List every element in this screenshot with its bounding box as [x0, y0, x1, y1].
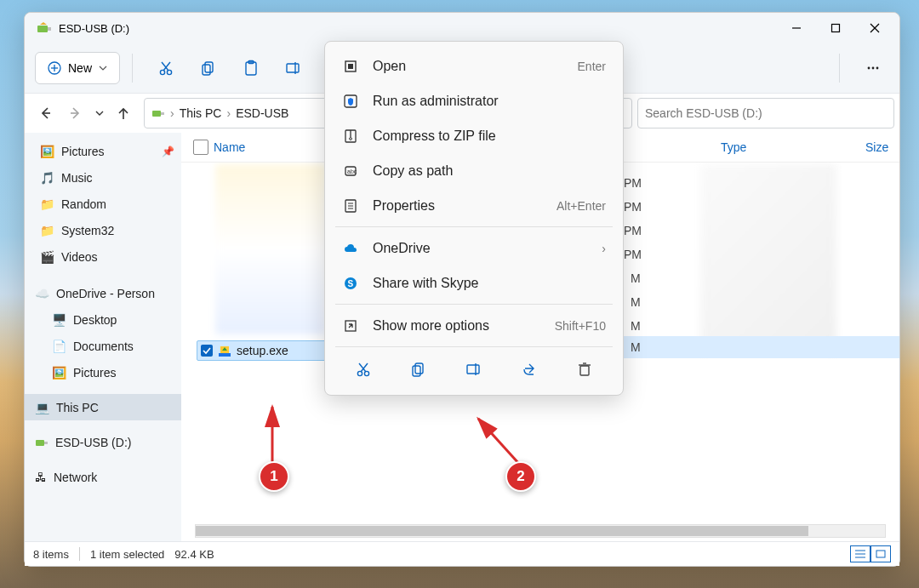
svg-rect-25 [152, 111, 161, 117]
sidebar-item-label: Random [61, 197, 106, 211]
sidebar-item-videos[interactable]: 🎬Videos [25, 243, 181, 270]
svg-rect-30 [219, 353, 231, 357]
rename-button[interactable] [277, 52, 310, 84]
annotation-marker-2: 2 [505, 461, 536, 492]
ctx-label: Share with Skype [373, 276, 479, 291]
checkbox-checked-icon [201, 345, 213, 357]
sidebar-item-random[interactable]: 📁Random [25, 191, 181, 217]
new-button[interactable]: New [35, 52, 120, 84]
sidebar-item-pictures[interactable]: 🖼️Pictures📌 [25, 138, 181, 164]
forward-button[interactable] [60, 98, 91, 128]
document-icon: 📄 [52, 340, 66, 353]
breadcrumb-thispc[interactable]: This PC [180, 106, 222, 120]
cut-button[interactable] [150, 52, 182, 84]
sidebar-item-network[interactable]: 🖧Network [25, 464, 181, 490]
sidebar-item-label: Videos [61, 250, 98, 264]
svg-rect-27 [36, 440, 44, 446]
ctx-label: Compress to ZIP file [373, 128, 496, 144]
ctx-shortcut: Alt+Enter [557, 199, 606, 213]
status-bar: 8 items 1 item selected 92.4 KB [25, 541, 899, 566]
file-name: setup.exe [237, 344, 288, 357]
maximize-button[interactable] [816, 13, 855, 43]
pc-icon: 💻 [35, 401, 49, 414]
paste-button[interactable] [235, 52, 267, 84]
separator [132, 54, 133, 83]
sidebar-item-documents[interactable]: 📄Documents [25, 333, 181, 359]
horizontal-scrollbar[interactable] [195, 524, 886, 538]
up-button[interactable] [108, 98, 139, 128]
ctx-share-button[interactable] [513, 353, 545, 385]
ctx-zip[interactable]: Compress to ZIP file [325, 118, 623, 153]
svg-rect-59 [580, 366, 589, 375]
new-button-label: New [68, 61, 92, 75]
menu-separator [335, 304, 613, 305]
sidebar-item-label: This PC [56, 401, 99, 414]
folder-icon: 📁 [40, 224, 54, 237]
recent-button[interactable] [91, 98, 108, 128]
ctx-copypath[interactable]: abc Copy as path [325, 153, 623, 188]
copy-button[interactable] [192, 52, 225, 84]
ctx-action-row [325, 351, 623, 388]
svg-point-9 [160, 70, 164, 74]
expand-icon [342, 318, 359, 334]
ctx-properties[interactable]: Properties Alt+Enter [325, 188, 623, 223]
status-size: 92.4 KB [174, 548, 214, 561]
shield-icon [342, 94, 359, 109]
search-input[interactable] [637, 98, 894, 128]
sidebar-item-desktop[interactable]: 🖥️Desktop [25, 306, 181, 333]
ctx-onedrive[interactable]: OneDrive › [325, 231, 623, 265]
file-date: PM [624, 224, 642, 237]
svg-rect-14 [203, 65, 210, 75]
file-date: PM [624, 176, 642, 190]
icons-view-button[interactable] [870, 545, 891, 562]
chevron-right-icon: › [602, 242, 606, 255]
column-type[interactable]: Type [721, 140, 865, 154]
sidebar-item-onedrive[interactable]: ☁️OneDrive - Person [25, 280, 181, 306]
svg-point-41 [350, 137, 352, 140]
ctx-label: Run as administrator [373, 94, 499, 109]
ctx-copy-button[interactable] [402, 353, 435, 385]
svg-rect-17 [287, 64, 299, 72]
svg-rect-15 [246, 62, 256, 75]
file-row-setup[interactable]: setup.exe [197, 340, 329, 361]
back-button[interactable] [30, 98, 60, 128]
ctx-delete-button[interactable] [568, 353, 601, 385]
minimize-button[interactable] [777, 13, 816, 43]
ctx-cut-button[interactable] [347, 353, 380, 385]
ctx-skype[interactable]: S Share with Skype [325, 265, 623, 300]
ctx-rename-button[interactable] [458, 353, 490, 385]
details-view-button[interactable] [850, 545, 870, 562]
ctx-shortcut: Enter [578, 60, 606, 73]
ctx-admin[interactable]: Run as administrator [325, 83, 623, 118]
more-button[interactable] [857, 52, 889, 84]
svg-rect-1 [48, 27, 51, 31]
file-date: M [631, 271, 641, 285]
svg-rect-28 [44, 442, 48, 444]
folder-icon: 📁 [40, 197, 54, 211]
sidebar-item-system32[interactable]: 📁System32 [25, 217, 181, 243]
file-date: PM [624, 200, 642, 214]
window-title: ESD-USB (D:) [59, 22, 129, 35]
ctx-label: Show more options [373, 318, 489, 334]
file-date: M [631, 340, 641, 354]
cloud-icon: ☁️ [35, 287, 49, 300]
close-button[interactable] [855, 13, 894, 43]
svg-rect-57 [467, 365, 479, 374]
picture-icon: 🖼️ [40, 145, 54, 158]
breadcrumb-esd[interactable]: ESD-USB [236, 106, 288, 120]
sidebar-item-music[interactable]: 🎵Music [25, 164, 181, 191]
svg-point-51 [357, 371, 362, 375]
select-all-checkbox[interactable] [188, 140, 214, 155]
sidebar-item-pictures[interactable]: 🖼️Pictures [25, 359, 181, 385]
column-size[interactable]: Size [865, 140, 899, 154]
sidebar-item-label: System32 [61, 224, 114, 237]
ctx-shortcut: Shift+F10 [555, 319, 606, 333]
ctx-more[interactable]: Show more options Shift+F10 [325, 308, 623, 343]
sidebar-item-thispc[interactable]: 💻This PC [25, 394, 181, 420]
cloud-icon [342, 243, 359, 254]
menu-separator [335, 346, 613, 347]
sidebar-item-esd[interactable]: ESD-USB (D:) [25, 429, 181, 455]
sidebar-item-label: Documents [73, 340, 134, 353]
ctx-open[interactable]: Open Enter [325, 49, 623, 83]
svg-rect-0 [37, 26, 48, 32]
